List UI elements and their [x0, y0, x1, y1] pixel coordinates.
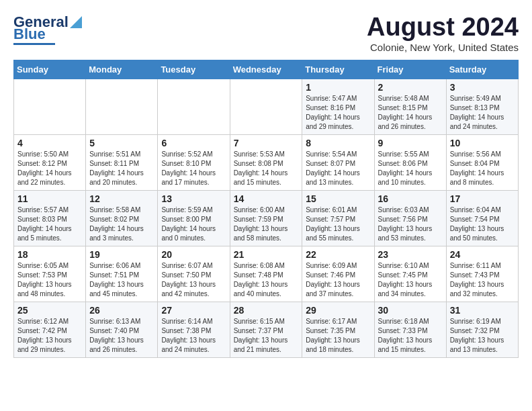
day-number: 21 — [234, 249, 299, 260]
cell-info: Sunrise: 5:55 AM Sunset: 8:06 PM Dayligh… — [378, 150, 443, 187]
day-number: 29 — [306, 305, 370, 316]
weekday-header-monday: Monday — [86, 60, 158, 79]
logo-blue: Blue — [13, 27, 46, 42]
calendar-cell: 29Sunrise: 6:17 AM Sunset: 7:35 PM Dayli… — [302, 302, 374, 357]
title-block: August 2024 Colonie, New York, United St… — [367, 13, 519, 53]
weekday-header-friday: Friday — [374, 60, 446, 79]
cell-info: Sunrise: 6:19 AM Sunset: 7:32 PM Dayligh… — [450, 317, 515, 355]
day-number: 19 — [89, 249, 154, 260]
calendar-cell: 27Sunrise: 6:14 AM Sunset: 7:38 PM Dayli… — [158, 302, 230, 357]
logo-underline — [13, 43, 55, 45]
calendar-cell: 7Sunrise: 5:53 AM Sunset: 8:08 PM Daylig… — [230, 134, 302, 190]
day-number: 31 — [450, 305, 515, 316]
cell-info: Sunrise: 5:58 AM Sunset: 8:02 PM Dayligh… — [89, 205, 154, 243]
weekday-header-saturday: Saturday — [446, 60, 518, 79]
day-number: 12 — [89, 193, 154, 204]
day-number: 4 — [17, 138, 82, 148]
calendar-cell: 17Sunrise: 6:04 AM Sunset: 7:54 PM Dayli… — [446, 190, 518, 246]
day-number: 20 — [161, 249, 226, 260]
svg-marker-0 — [70, 16, 82, 28]
calendar-cell: 28Sunrise: 6:15 AM Sunset: 7:37 PM Dayli… — [230, 302, 302, 357]
calendar-cell: 2Sunrise: 5:48 AM Sunset: 8:15 PM Daylig… — [374, 79, 446, 134]
cell-info: Sunrise: 6:10 AM Sunset: 7:45 PM Dayligh… — [378, 261, 443, 299]
weekday-header-thursday: Thursday — [302, 60, 374, 79]
day-number: 10 — [450, 138, 515, 148]
cell-info: Sunrise: 5:54 AM Sunset: 8:07 PM Dayligh… — [306, 150, 370, 187]
calendar-cell: 8Sunrise: 5:54 AM Sunset: 8:07 PM Daylig… — [302, 134, 374, 190]
cell-info: Sunrise: 5:48 AM Sunset: 8:15 PM Dayligh… — [378, 94, 443, 132]
calendar-cell: 16Sunrise: 6:03 AM Sunset: 7:56 PM Dayli… — [374, 190, 446, 246]
day-number: 5 — [89, 138, 154, 148]
calendar-cell: 19Sunrise: 6:06 AM Sunset: 7:51 PM Dayli… — [86, 246, 158, 302]
cell-info: Sunrise: 6:04 AM Sunset: 7:54 PM Dayligh… — [450, 205, 515, 243]
cell-info: Sunrise: 6:07 AM Sunset: 7:50 PM Dayligh… — [161, 261, 226, 299]
day-number: 14 — [234, 193, 299, 204]
cell-info: Sunrise: 6:00 AM Sunset: 7:59 PM Dayligh… — [234, 205, 299, 243]
calendar-cell: 5Sunrise: 5:51 AM Sunset: 8:11 PM Daylig… — [86, 134, 158, 190]
logo-arrow-icon — [70, 16, 82, 28]
cell-info: Sunrise: 6:15 AM Sunset: 7:37 PM Dayligh… — [234, 317, 299, 355]
cell-info: Sunrise: 6:05 AM Sunset: 7:53 PM Dayligh… — [17, 261, 82, 299]
cell-info: Sunrise: 6:06 AM Sunset: 7:51 PM Dayligh… — [89, 261, 154, 299]
day-number: 3 — [450, 82, 515, 93]
calendar-cell: 22Sunrise: 6:09 AM Sunset: 7:46 PM Dayli… — [302, 246, 374, 302]
day-number: 1 — [306, 82, 370, 93]
day-number: 7 — [234, 138, 299, 148]
day-number: 18 — [17, 249, 82, 260]
calendar-cell: 25Sunrise: 6:12 AM Sunset: 7:42 PM Dayli… — [14, 302, 86, 357]
cell-info: Sunrise: 6:01 AM Sunset: 7:57 PM Dayligh… — [306, 205, 370, 243]
logo: General Blue — [13, 13, 82, 45]
day-number: 15 — [306, 193, 370, 204]
calendar-cell — [230, 79, 302, 134]
day-number: 23 — [378, 249, 443, 260]
calendar-cell: 6Sunrise: 5:52 AM Sunset: 8:10 PM Daylig… — [158, 134, 230, 190]
cell-info: Sunrise: 6:03 AM Sunset: 7:56 PM Dayligh… — [378, 205, 443, 243]
calendar-cell: 9Sunrise: 5:55 AM Sunset: 8:06 PM Daylig… — [374, 134, 446, 190]
day-number: 24 — [450, 249, 515, 260]
cell-info: Sunrise: 6:11 AM Sunset: 7:43 PM Dayligh… — [450, 261, 515, 299]
cell-info: Sunrise: 5:53 AM Sunset: 8:08 PM Dayligh… — [234, 150, 299, 187]
calendar-week-row: 4Sunrise: 5:50 AM Sunset: 8:12 PM Daylig… — [14, 134, 519, 190]
cell-info: Sunrise: 5:47 AM Sunset: 8:16 PM Dayligh… — [306, 94, 370, 132]
cell-info: Sunrise: 5:51 AM Sunset: 8:11 PM Dayligh… — [89, 150, 154, 187]
calendar-week-row: 18Sunrise: 6:05 AM Sunset: 7:53 PM Dayli… — [14, 246, 519, 302]
day-number: 30 — [378, 305, 443, 316]
page-header: General Blue August 2024 Colonie, New Yo… — [13, 13, 519, 53]
calendar-cell: 11Sunrise: 5:57 AM Sunset: 8:03 PM Dayli… — [14, 190, 86, 246]
day-number: 25 — [17, 305, 82, 316]
calendar-cell — [158, 79, 230, 134]
calendar-cell: 12Sunrise: 5:58 AM Sunset: 8:02 PM Dayli… — [86, 190, 158, 246]
calendar-cell: 18Sunrise: 6:05 AM Sunset: 7:53 PM Dayli… — [14, 246, 86, 302]
day-number: 2 — [378, 82, 443, 93]
page-subtitle: Colonie, New York, United States — [367, 42, 519, 53]
calendar-cell: 21Sunrise: 6:08 AM Sunset: 7:48 PM Dayli… — [230, 246, 302, 302]
calendar-cell: 10Sunrise: 5:56 AM Sunset: 8:04 PM Dayli… — [446, 134, 518, 190]
day-number: 11 — [17, 193, 82, 204]
cell-info: Sunrise: 6:17 AM Sunset: 7:35 PM Dayligh… — [306, 317, 370, 355]
day-number: 27 — [161, 305, 226, 316]
day-number: 22 — [306, 249, 370, 260]
day-number: 13 — [161, 193, 226, 204]
calendar-cell — [86, 79, 158, 134]
calendar-cell: 24Sunrise: 6:11 AM Sunset: 7:43 PM Dayli… — [446, 246, 518, 302]
cell-info: Sunrise: 5:59 AM Sunset: 8:00 PM Dayligh… — [161, 205, 226, 243]
cell-info: Sunrise: 6:08 AM Sunset: 7:48 PM Dayligh… — [234, 261, 299, 299]
calendar-cell: 30Sunrise: 6:18 AM Sunset: 7:33 PM Dayli… — [374, 302, 446, 357]
day-number: 9 — [378, 138, 443, 148]
calendar-week-row: 1Sunrise: 5:47 AM Sunset: 8:16 PM Daylig… — [14, 79, 519, 134]
calendar-cell: 1Sunrise: 5:47 AM Sunset: 8:16 PM Daylig… — [302, 79, 374, 134]
day-number: 28 — [234, 305, 299, 316]
cell-info: Sunrise: 6:09 AM Sunset: 7:46 PM Dayligh… — [306, 261, 370, 299]
calendar-cell: 4Sunrise: 5:50 AM Sunset: 8:12 PM Daylig… — [14, 134, 86, 190]
day-number: 6 — [161, 138, 226, 148]
cell-info: Sunrise: 6:18 AM Sunset: 7:33 PM Dayligh… — [378, 317, 443, 355]
cell-info: Sunrise: 5:52 AM Sunset: 8:10 PM Dayligh… — [161, 150, 226, 187]
day-number: 16 — [378, 193, 443, 204]
calendar-week-row: 11Sunrise: 5:57 AM Sunset: 8:03 PM Dayli… — [14, 190, 519, 246]
calendar-week-row: 25Sunrise: 6:12 AM Sunset: 7:42 PM Dayli… — [14, 302, 519, 357]
cell-info: Sunrise: 6:14 AM Sunset: 7:38 PM Dayligh… — [161, 317, 226, 355]
calendar-cell: 20Sunrise: 6:07 AM Sunset: 7:50 PM Dayli… — [158, 246, 230, 302]
weekday-header-row: SundayMondayTuesdayWednesdayThursdayFrid… — [14, 60, 519, 79]
calendar-cell: 23Sunrise: 6:10 AM Sunset: 7:45 PM Dayli… — [374, 246, 446, 302]
cell-info: Sunrise: 6:12 AM Sunset: 7:42 PM Dayligh… — [17, 317, 82, 355]
